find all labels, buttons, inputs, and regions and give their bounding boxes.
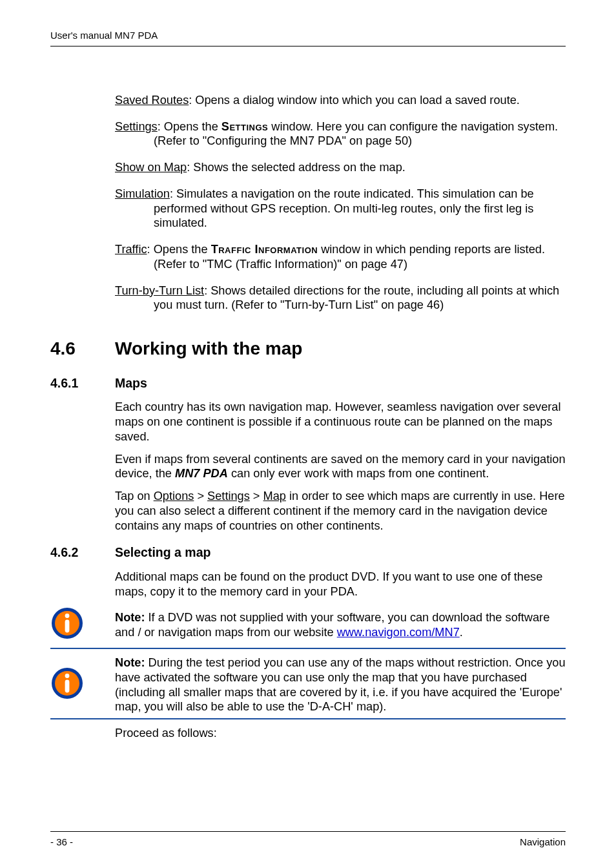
heading-number: 4.6.1: [50, 375, 115, 391]
def-prefix: : Opens the: [158, 120, 221, 133]
def-body: : Opens a dialog window into which you c…: [189, 94, 520, 107]
def-body: : Shows the selected address on the map.: [187, 161, 406, 174]
smallcaps: Settings: [221, 120, 268, 133]
text: Tap on: [115, 490, 154, 502]
def-settings: Settings: Opens the Settings window. Her…: [154, 119, 566, 149]
heading-number: 4.6: [50, 337, 115, 360]
paragraph: Even if maps from several continents are…: [115, 452, 566, 482]
section-heading-4-6-1: 4.6.1 Maps: [50, 375, 566, 391]
product-name: MN7 PDA: [175, 467, 228, 480]
page-header: User's manual MN7 PDA: [50, 30, 566, 42]
note-label: Note:: [115, 611, 145, 624]
term: Traffic: [115, 243, 147, 256]
text: .: [460, 626, 463, 639]
heading-text: Working with the map: [115, 337, 302, 360]
paragraph: Additional maps can be found on the prod…: [115, 570, 566, 599]
footer-section: Navigation: [520, 836, 566, 849]
def-turn-by-turn: Turn-by-Turn List: Shows detailed direct…: [154, 284, 566, 313]
def-saved-routes: Saved Routes: Opens a dialog window into…: [154, 93, 566, 108]
page-footer: - 36 - Navigation: [50, 836, 566, 849]
note-text: Note: If a DVD was not supplied with you…: [115, 610, 566, 640]
note-divider: [50, 718, 566, 719]
def-body: : Shows detailed directions for the rout…: [154, 284, 559, 312]
header-rule: [50, 46, 566, 46]
text: If a DVD was not supplied with your soft…: [115, 611, 549, 639]
def-simulation: Simulation: Simulates a navigation on th…: [154, 187, 566, 231]
heading-text: Selecting a map: [115, 544, 210, 560]
smallcaps: Traffic Information: [211, 243, 318, 256]
text: During the test period you can use any o…: [115, 656, 566, 713]
note-block: Note: During the test period you can use…: [50, 656, 566, 714]
heading-number: 4.6.2: [50, 544, 115, 560]
svg-point-2: [65, 614, 70, 618]
footer-rule: [50, 831, 566, 832]
term: Saved Routes: [115, 94, 189, 107]
page-number: - 36 -: [50, 836, 73, 849]
def-body: : Simulates a navigation on the route in…: [154, 187, 534, 230]
term: Simulation: [115, 187, 170, 200]
def-traffic: Traffic: Opens the Traffic Information w…: [154, 242, 566, 272]
section-heading-4-6-2: 4.6.2 Selecting a map: [50, 544, 566, 560]
term: Turn-by-Turn List: [115, 284, 204, 297]
info-icon: [50, 666, 84, 704]
text: >: [194, 490, 207, 502]
term: Show on Map: [115, 161, 187, 174]
heading-text: Maps: [115, 375, 147, 391]
ui-path-settings: Settings: [207, 490, 250, 502]
note-block: Note: If a DVD was not supplied with you…: [50, 606, 566, 644]
ui-path-map: Map: [263, 490, 286, 502]
note-label: Note:: [115, 656, 145, 669]
svg-rect-7: [65, 679, 70, 692]
info-icon: [50, 606, 84, 644]
text: >: [250, 490, 263, 502]
note-divider: [50, 648, 566, 649]
def-show-on-map: Show on Map: Shows the selected address …: [154, 160, 566, 175]
paragraph: Proceed as follows:: [115, 726, 566, 741]
svg-rect-3: [65, 620, 70, 633]
paragraph: Each country has its own navigation map.…: [115, 400, 566, 444]
website-link[interactable]: www.navigon.com/MN7: [337, 626, 460, 639]
ui-path-options: Options: [154, 490, 194, 502]
term: Settings: [115, 120, 158, 133]
text: can only ever work with maps from one co…: [228, 467, 489, 480]
paragraph: Tap on Options > Settings > Map in order…: [115, 489, 566, 533]
svg-point-6: [65, 674, 70, 678]
def-prefix: : Opens the: [147, 243, 211, 256]
section-heading-4-6: 4.6 Working with the map: [50, 337, 566, 360]
note-text: Note: During the test period you can use…: [115, 656, 566, 714]
